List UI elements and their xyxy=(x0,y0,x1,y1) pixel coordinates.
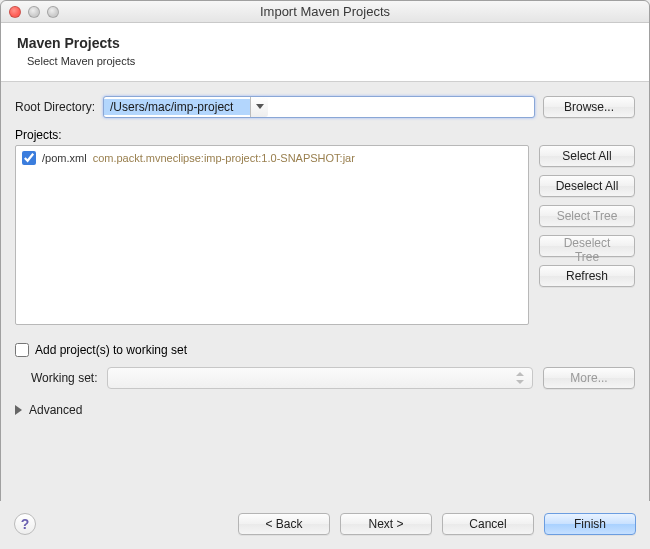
wizard-body: Root Directory: Browse... Projects: /pom… xyxy=(1,82,649,423)
project-checkbox[interactable] xyxy=(22,151,36,165)
close-icon[interactable] xyxy=(9,6,21,18)
list-side-buttons: Select All Deselect All Select Tree Dese… xyxy=(539,145,635,325)
root-directory-combo[interactable] xyxy=(103,96,535,118)
deselect-tree-button[interactable]: Deselect Tree xyxy=(539,235,635,257)
stepper-icon xyxy=(516,372,524,384)
working-set-row: Working set: More... xyxy=(15,367,635,389)
projects-list[interactable]: /pom.xml com.packt.mvneclipse:imp-projec… xyxy=(15,145,529,325)
zoom-icon[interactable] xyxy=(47,6,59,18)
back-button[interactable]: < Back xyxy=(238,513,330,535)
project-path: /pom.xml xyxy=(42,152,87,164)
select-all-button[interactable]: Select All xyxy=(539,145,635,167)
add-to-working-set-row[interactable]: Add project(s) to working set xyxy=(15,343,635,357)
triangle-right-icon xyxy=(15,405,23,415)
minimize-icon[interactable] xyxy=(28,6,40,18)
working-set-select[interactable] xyxy=(107,367,533,389)
root-directory-label: Root Directory: xyxy=(15,100,95,114)
more-button[interactable]: More... xyxy=(543,367,635,389)
root-directory-input[interactable] xyxy=(104,100,250,114)
project-gav: com.packt.mvneclipse:imp-project:1.0-SNA… xyxy=(93,152,355,164)
add-to-working-set-label: Add project(s) to working set xyxy=(35,343,187,357)
page-subtitle: Select Maven projects xyxy=(17,55,633,67)
deselect-all-button[interactable]: Deselect All xyxy=(539,175,635,197)
wizard-footer: ? < Back Next > Cancel Finish xyxy=(0,501,650,549)
titlebar: Import Maven Projects xyxy=(1,1,649,23)
advanced-disclosure[interactable]: Advanced xyxy=(15,403,635,417)
working-set-label: Working set: xyxy=(15,371,97,385)
cancel-button[interactable]: Cancel xyxy=(442,513,534,535)
refresh-button[interactable]: Refresh xyxy=(539,265,635,287)
finish-button[interactable]: Finish xyxy=(544,513,636,535)
window-controls xyxy=(1,6,59,18)
select-tree-button[interactable]: Select Tree xyxy=(539,205,635,227)
next-button[interactable]: Next > xyxy=(340,513,432,535)
help-icon: ? xyxy=(21,516,30,532)
wizard-header: Maven Projects Select Maven projects xyxy=(1,23,649,82)
page-title: Maven Projects xyxy=(17,35,633,51)
help-button[interactable]: ? xyxy=(14,513,36,535)
chevron-down-icon[interactable] xyxy=(250,97,268,117)
list-item[interactable]: /pom.xml com.packt.mvneclipse:imp-projec… xyxy=(22,150,522,166)
projects-label: Projects: xyxy=(15,128,635,142)
window-title: Import Maven Projects xyxy=(1,4,649,19)
add-to-working-set-checkbox[interactable] xyxy=(15,343,29,357)
root-directory-row: Root Directory: Browse... xyxy=(15,96,635,118)
advanced-label: Advanced xyxy=(29,403,82,417)
browse-button[interactable]: Browse... xyxy=(543,96,635,118)
